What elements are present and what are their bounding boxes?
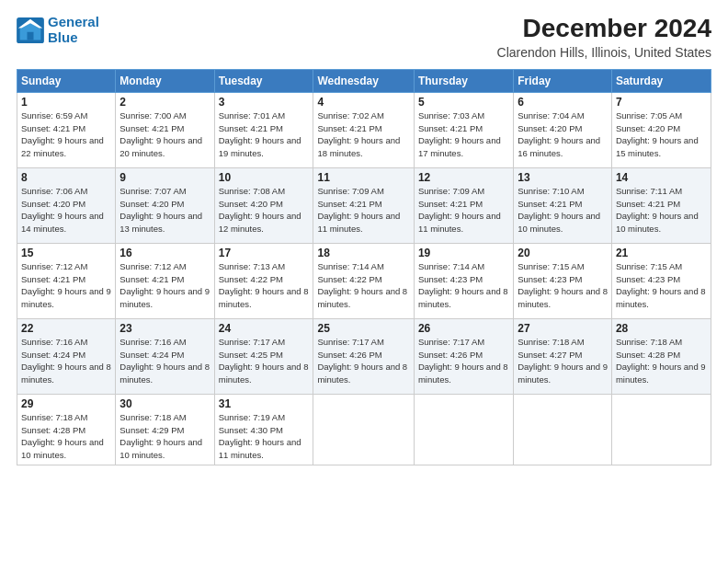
day-detail: Sunrise: 7:17 AMSunset: 4:26 PMDaylight:… (418, 337, 508, 385)
day-detail: Sunrise: 7:11 AMSunset: 4:21 PMDaylight:… (616, 186, 699, 234)
table-row: 19 Sunrise: 7:14 AMSunset: 4:23 PMDaylig… (414, 243, 513, 318)
main-title: December 2024 (497, 15, 711, 43)
day-detail: Sunrise: 7:18 AMSunset: 4:29 PMDaylight:… (119, 412, 202, 460)
day-detail: Sunrise: 7:00 AMSunset: 4:21 PMDaylight:… (119, 110, 202, 158)
day-detail: Sunrise: 7:17 AMSunset: 4:25 PMDaylight:… (219, 337, 309, 385)
logo-icon (17, 17, 44, 43)
day-number: 15 (21, 247, 111, 259)
table-row: 7 Sunrise: 7:05 AMSunset: 4:20 PMDayligh… (611, 92, 711, 167)
header-sunday: Sunday (17, 69, 116, 92)
table-row: 18 Sunrise: 7:14 AMSunset: 4:22 PMDaylig… (313, 243, 414, 318)
day-number: 21 (616, 247, 707, 259)
day-number: 12 (418, 171, 509, 184)
day-number: 11 (317, 171, 409, 184)
table-row: 21 Sunrise: 7:15 AMSunset: 4:23 PMDaylig… (611, 243, 711, 318)
day-detail: Sunrise: 7:01 AMSunset: 4:21 PMDaylight:… (219, 110, 301, 158)
day-number: 27 (518, 322, 608, 335)
day-detail: Sunrise: 7:07 AMSunset: 4:20 PMDaylight:… (119, 186, 202, 234)
table-row: 12 Sunrise: 7:09 AMSunset: 4:21 PMDaylig… (414, 167, 513, 243)
header-friday: Friday (514, 69, 612, 92)
day-detail: Sunrise: 7:15 AMSunset: 4:23 PMDaylight:… (518, 261, 608, 309)
day-detail: Sunrise: 7:12 AMSunset: 4:21 PMDaylight:… (21, 261, 111, 309)
table-row: 24 Sunrise: 7:17 AMSunset: 4:25 PMDaylig… (214, 318, 313, 394)
table-row: 26 Sunrise: 7:17 AMSunset: 4:26 PMDaylig… (414, 318, 513, 394)
header-saturday: Saturday (611, 69, 711, 92)
day-detail: Sunrise: 6:59 AMSunset: 4:21 PMDaylight:… (21, 110, 104, 158)
table-row: 27 Sunrise: 7:18 AMSunset: 4:27 PMDaylig… (514, 318, 612, 394)
logo-blue: Blue (48, 29, 78, 45)
day-detail: Sunrise: 7:05 AMSunset: 4:20 PMDaylight:… (616, 110, 699, 158)
day-detail: Sunrise: 7:02 AMSunset: 4:21 PMDaylight:… (317, 110, 400, 158)
day-detail: Sunrise: 7:13 AMSunset: 4:22 PMDaylight:… (219, 261, 309, 309)
table-row: 8 Sunrise: 7:06 AMSunset: 4:20 PMDayligh… (17, 167, 116, 243)
day-number: 14 (616, 171, 707, 184)
table-row: 6 Sunrise: 7:04 AMSunset: 4:20 PMDayligh… (514, 92, 612, 167)
day-number: 25 (317, 322, 409, 335)
day-number: 13 (518, 171, 608, 184)
day-detail: Sunrise: 7:14 AMSunset: 4:23 PMDaylight:… (418, 261, 508, 309)
table-row: 23 Sunrise: 7:16 AMSunset: 4:24 PMDaylig… (116, 318, 214, 394)
day-number: 8 (21, 171, 111, 184)
day-number: 31 (219, 397, 310, 410)
day-detail: Sunrise: 7:16 AMSunset: 4:24 PMDaylight:… (21, 337, 111, 385)
table-row: 2 Sunrise: 7:00 AMSunset: 4:21 PMDayligh… (116, 92, 214, 167)
day-detail: Sunrise: 7:09 AMSunset: 4:21 PMDaylight:… (317, 186, 400, 234)
day-detail: Sunrise: 7:16 AMSunset: 4:24 PMDaylight:… (119, 337, 210, 385)
day-number: 3 (219, 96, 310, 109)
day-number: 20 (518, 247, 608, 259)
day-detail: Sunrise: 7:19 AMSunset: 4:30 PMDaylight:… (219, 412, 301, 460)
day-detail: Sunrise: 7:03 AMSunset: 4:21 PMDaylight:… (418, 110, 501, 158)
table-row: 14 Sunrise: 7:11 AMSunset: 4:21 PMDaylig… (611, 167, 711, 243)
table-row: 3 Sunrise: 7:01 AMSunset: 4:21 PMDayligh… (214, 92, 313, 167)
day-detail: Sunrise: 7:08 AMSunset: 4:20 PMDaylight:… (219, 186, 301, 234)
header-monday: Monday (116, 69, 214, 92)
day-number: 30 (119, 397, 210, 410)
logo: General Blue (17, 15, 99, 45)
table-row: 29 Sunrise: 7:18 AMSunset: 4:28 PMDaylig… (17, 394, 116, 465)
table-row: 17 Sunrise: 7:13 AMSunset: 4:22 PMDaylig… (214, 243, 313, 318)
day-detail: Sunrise: 7:18 AMSunset: 4:28 PMDaylight:… (616, 337, 706, 385)
title-block: December 2024 Clarendon Hills, Illinois,… (497, 15, 711, 60)
logo-general: General (48, 14, 99, 29)
day-number: 4 (317, 96, 409, 109)
day-number: 16 (119, 247, 210, 259)
day-detail: Sunrise: 7:18 AMSunset: 4:27 PMDaylight:… (518, 337, 608, 385)
table-row: 30 Sunrise: 7:18 AMSunset: 4:29 PMDaylig… (116, 394, 214, 465)
day-detail: Sunrise: 7:06 AMSunset: 4:20 PMDaylight:… (21, 186, 104, 234)
table-row: 5 Sunrise: 7:03 AMSunset: 4:21 PMDayligh… (414, 92, 513, 167)
day-number: 18 (317, 247, 409, 259)
day-number: 17 (219, 247, 310, 259)
table-row: 20 Sunrise: 7:15 AMSunset: 4:23 PMDaylig… (514, 243, 612, 318)
day-detail: Sunrise: 7:09 AMSunset: 4:21 PMDaylight:… (418, 186, 501, 234)
logo-text: General Blue (48, 15, 99, 45)
day-detail: Sunrise: 7:15 AMSunset: 4:23 PMDaylight:… (616, 261, 706, 309)
table-row: 31 Sunrise: 7:19 AMSunset: 4:30 PMDaylig… (214, 394, 313, 465)
day-number: 1 (21, 96, 111, 109)
day-number: 5 (418, 96, 509, 109)
day-detail: Sunrise: 7:17 AMSunset: 4:26 PMDaylight:… (317, 337, 407, 385)
day-detail: Sunrise: 7:18 AMSunset: 4:28 PMDaylight:… (21, 412, 104, 460)
day-number: 23 (119, 322, 210, 335)
day-detail: Sunrise: 7:04 AMSunset: 4:20 PMDaylight:… (518, 110, 600, 158)
table-row: 1 Sunrise: 6:59 AMSunset: 4:21 PMDayligh… (17, 92, 116, 167)
table-row: 25 Sunrise: 7:17 AMSunset: 4:26 PMDaylig… (313, 318, 414, 394)
day-number: 10 (219, 171, 310, 184)
calendar-header-row: Sunday Monday Tuesday Wednesday Thursday… (17, 69, 711, 92)
day-detail: Sunrise: 7:12 AMSunset: 4:21 PMDaylight:… (119, 261, 210, 309)
table-row (313, 394, 414, 465)
page: General Blue December 2024 Clarendon Hil… (0, 0, 728, 563)
table-row (414, 394, 513, 465)
table-row: 4 Sunrise: 7:02 AMSunset: 4:21 PMDayligh… (313, 92, 414, 167)
header-tuesday: Tuesday (214, 69, 313, 92)
header-wednesday: Wednesday (313, 69, 414, 92)
day-number: 26 (418, 322, 509, 335)
table-row: 16 Sunrise: 7:12 AMSunset: 4:21 PMDaylig… (116, 243, 214, 318)
day-number: 29 (21, 397, 111, 410)
day-number: 22 (21, 322, 111, 335)
day-number: 6 (518, 96, 608, 109)
table-row: 9 Sunrise: 7:07 AMSunset: 4:20 PMDayligh… (116, 167, 214, 243)
header: General Blue December 2024 Clarendon Hil… (17, 15, 711, 60)
table-row (514, 394, 612, 465)
day-number: 19 (418, 247, 509, 259)
subtitle: Clarendon Hills, Illinois, United States (497, 45, 711, 60)
